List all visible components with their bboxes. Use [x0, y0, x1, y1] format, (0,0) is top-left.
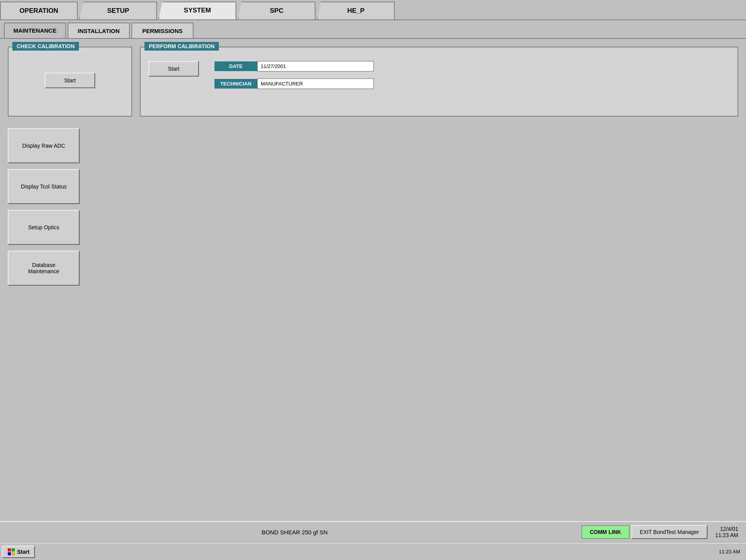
tab-setup[interactable]: SETUP [79, 2, 157, 19]
perform-calibration-box: PERFORM CALIBRATION Start DATE 11/27/200… [140, 47, 738, 117]
tab-help[interactable]: HE_P [317, 2, 395, 19]
svg-rect-2 [8, 552, 11, 555]
top-tab-bar: OPERATION SETUP SYSTEM SPC HE_P [0, 0, 746, 20]
svg-rect-3 [12, 552, 15, 555]
exit-button[interactable]: EXIT BondTest Manager [631, 525, 708, 539]
status-text: BOND SHEAR 250 gf SN [8, 529, 582, 536]
technician-value: MANUFACTURER [257, 79, 374, 89]
tab-maintenance[interactable]: MAINTENANCE [4, 23, 66, 38]
perform-calibration-inner: Start DATE 11/27/2001 TECHNICIAN [148, 61, 730, 92]
status-bar: BOND SHEAR 250 gf SN COMM LINK EXIT Bond… [0, 521, 746, 543]
check-calibration-title: CHECK CALIBRATION [12, 42, 79, 51]
svg-rect-0 [8, 548, 11, 551]
date-value: 11/27/2001 [257, 61, 374, 72]
check-calibration-start-button[interactable]: Start [45, 73, 95, 88]
main-content: CHECK CALIBRATION Start PERFORM CALIBRAT… [0, 39, 746, 521]
date-label: DATE [214, 61, 257, 71]
perform-calibration-fields: DATE 11/27/2001 TECHNICIAN MANUFACTURER [214, 61, 374, 92]
status-date: 12/4/01 [720, 526, 738, 532]
status-time: 11:23 AM [715, 532, 738, 538]
svg-rect-1 [12, 548, 15, 551]
date-field-row: DATE 11/27/2001 [214, 61, 374, 72]
start-button[interactable]: Start [2, 546, 35, 558]
perform-calibration-start-button[interactable]: Start [148, 61, 199, 77]
taskbar-time: 11:23 AM [719, 549, 740, 555]
database-maintenance-button[interactable]: Database Maintenance [8, 251, 80, 286]
setup-optics-button[interactable]: Setup Optics [8, 210, 80, 245]
tab-spc[interactable]: SPC [238, 2, 315, 19]
technician-label: TECHNICIAN [214, 79, 257, 89]
comm-link-button[interactable]: COMM LINK [582, 525, 629, 539]
windows-logo-icon [7, 548, 15, 556]
check-calibration-box: CHECK CALIBRATION Start [8, 47, 132, 117]
technician-field-row: TECHNICIAN MANUFACTURER [214, 79, 374, 89]
display-raw-adc-button[interactable]: Display Raw ADC [8, 128, 80, 163]
tab-operation[interactable]: OPERATION [0, 2, 78, 19]
taskbar: Start 11:23 AM [0, 543, 746, 560]
perform-calibration-title: PERFORM CALIBRATION [145, 42, 219, 51]
display-tcol-status-button[interactable]: Display Tcol Status [8, 169, 80, 204]
left-buttons-panel: Display Raw ADC Display Tcol Status Setu… [8, 128, 738, 286]
calibration-row: CHECK CALIBRATION Start PERFORM CALIBRAT… [8, 47, 738, 117]
tab-installation[interactable]: INSTALLATION [68, 23, 130, 38]
status-datetime: 12/4/01 11:23 AM [715, 526, 738, 538]
check-calibration-inner: Start [14, 61, 125, 100]
tab-system[interactable]: SYSTEM [159, 2, 236, 19]
sub-tab-bar: MAINTENANCE INSTALLATION PERMISSIONS [0, 20, 746, 39]
tab-permissions[interactable]: PERMISSIONS [131, 23, 193, 38]
